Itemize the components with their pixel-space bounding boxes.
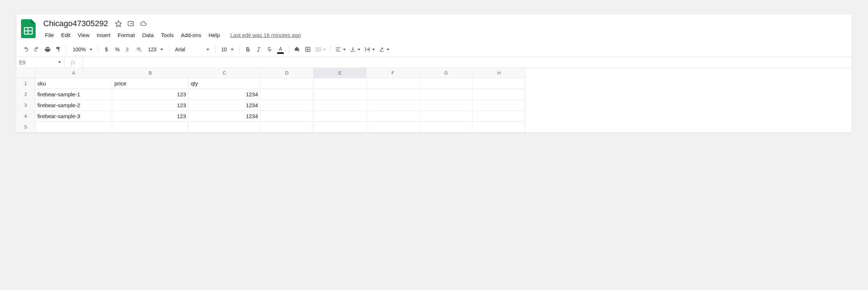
cell[interactable] xyxy=(261,89,314,100)
last-edit-link[interactable]: Last edit was 16 minutes ago xyxy=(230,32,301,38)
column-header[interactable]: C xyxy=(189,68,261,78)
cell[interactable] xyxy=(112,122,189,133)
column-header[interactable]: G xyxy=(420,68,473,78)
table-row: firebear-sample-1 123 1234 xyxy=(35,89,852,100)
merge-cells-button[interactable] xyxy=(314,44,327,55)
menu-help[interactable]: Help xyxy=(205,31,223,40)
cell[interactable] xyxy=(367,89,420,100)
zoom-dropdown[interactable]: 100% xyxy=(70,44,95,55)
column-header[interactable]: H xyxy=(473,68,526,78)
cell[interactable] xyxy=(367,100,420,111)
cell[interactable] xyxy=(35,122,112,133)
cell[interactable] xyxy=(473,89,526,100)
cell[interactable]: firebear-sample-1 xyxy=(35,89,112,100)
row-header[interactable]: 4 xyxy=(16,111,35,122)
name-box[interactable]: E9 xyxy=(16,57,64,68)
fill-color-button[interactable] xyxy=(292,44,302,55)
cell[interactable] xyxy=(420,122,473,133)
menu-insert[interactable]: Insert xyxy=(93,31,114,40)
cell[interactable] xyxy=(314,78,367,89)
cell[interactable]: sku xyxy=(35,78,112,89)
cell[interactable] xyxy=(261,111,314,122)
redo-button[interactable] xyxy=(32,44,42,55)
column-header[interactable]: D xyxy=(261,68,314,78)
row-header[interactable]: 5 xyxy=(16,122,35,133)
cell[interactable]: firebear-sample-3 xyxy=(35,111,112,122)
menu-view[interactable]: View xyxy=(74,31,93,40)
column-header[interactable]: E xyxy=(314,68,367,78)
cell[interactable]: 1234 xyxy=(189,100,261,111)
cell[interactable] xyxy=(473,100,526,111)
menu-addons[interactable]: Add-ons xyxy=(178,31,205,40)
cell[interactable] xyxy=(314,89,367,100)
titlebar: Chicago47305292 File Edit View Insert Fo… xyxy=(16,15,852,40)
borders-button[interactable] xyxy=(303,44,313,55)
toolbar: 100% $ % .0 .00 123 Arial 10 xyxy=(16,42,852,57)
columns-area: A B C D E F G H sku price qty xyxy=(35,68,852,133)
cell[interactable] xyxy=(367,111,420,122)
chevron-down-icon xyxy=(387,49,389,51)
row-header[interactable]: 1 xyxy=(16,78,35,89)
menu-data[interactable]: Data xyxy=(139,31,157,40)
decrease-decimal-button[interactable]: .0 xyxy=(123,44,133,55)
text-rotation-button[interactable] xyxy=(377,44,391,55)
column-header[interactable]: F xyxy=(367,68,420,78)
column-header[interactable]: A xyxy=(35,68,112,78)
star-icon[interactable] xyxy=(115,20,122,27)
cell[interactable]: firebear-sample-2 xyxy=(35,100,112,111)
more-formats-dropdown[interactable]: 123 xyxy=(145,44,166,55)
format-currency-button[interactable]: $ xyxy=(101,44,112,55)
increase-decimal-button[interactable]: .00 xyxy=(134,44,144,55)
cell[interactable] xyxy=(420,100,473,111)
cell[interactable] xyxy=(420,78,473,89)
cell[interactable]: 1234 xyxy=(189,111,261,122)
menu-edit[interactable]: Edit xyxy=(58,31,74,40)
print-button[interactable] xyxy=(43,44,53,55)
cell[interactable]: 1234 xyxy=(189,89,261,100)
cell[interactable] xyxy=(473,111,526,122)
column-header[interactable]: B xyxy=(112,68,189,78)
cell[interactable]: 123 xyxy=(112,89,189,100)
move-icon[interactable] xyxy=(127,20,134,27)
cell[interactable] xyxy=(261,100,314,111)
cloud-status-icon[interactable] xyxy=(140,20,147,27)
formula-input[interactable] xyxy=(82,57,852,68)
font-size-dropdown[interactable]: 10 xyxy=(218,44,237,55)
cell[interactable] xyxy=(189,122,261,133)
row-header[interactable]: 3 xyxy=(16,100,35,111)
menu-format[interactable]: Format xyxy=(114,31,138,40)
cell[interactable] xyxy=(314,122,367,133)
strikethrough-button[interactable] xyxy=(265,44,275,55)
vertical-align-button[interactable] xyxy=(348,44,362,55)
undo-button[interactable] xyxy=(21,44,31,55)
italic-button[interactable] xyxy=(254,44,264,55)
svg-rect-13 xyxy=(319,48,320,51)
text-wrap-button[interactable] xyxy=(363,44,376,55)
cell[interactable] xyxy=(367,122,420,133)
cell[interactable] xyxy=(367,78,420,89)
menu-file[interactable]: File xyxy=(42,31,57,40)
document-title[interactable]: Chicago47305292 xyxy=(42,18,110,29)
cell[interactable]: price xyxy=(112,78,189,89)
font-dropdown[interactable]: Arial xyxy=(172,44,212,55)
cell[interactable]: qty xyxy=(189,78,261,89)
horizontal-align-button[interactable] xyxy=(334,44,347,55)
format-percent-button[interactable]: % xyxy=(112,44,122,55)
cell[interactable]: 123 xyxy=(112,100,189,111)
bold-button[interactable] xyxy=(243,44,253,55)
menu-tools[interactable]: Tools xyxy=(158,31,177,40)
cell[interactable] xyxy=(420,111,473,122)
cell[interactable] xyxy=(314,100,367,111)
cell[interactable] xyxy=(261,122,314,133)
paint-format-button[interactable] xyxy=(53,44,64,55)
table-row: firebear-sample-3 123 1234 xyxy=(35,111,852,122)
cell[interactable] xyxy=(473,122,526,133)
cell[interactable]: 123 xyxy=(112,111,189,122)
cell[interactable] xyxy=(314,111,367,122)
row-header[interactable]: 2 xyxy=(16,89,35,100)
select-all-corner[interactable] xyxy=(16,68,35,78)
text-color-button[interactable] xyxy=(275,44,286,55)
cell[interactable] xyxy=(473,78,526,89)
cell[interactable] xyxy=(420,89,473,100)
cell[interactable] xyxy=(261,78,314,89)
